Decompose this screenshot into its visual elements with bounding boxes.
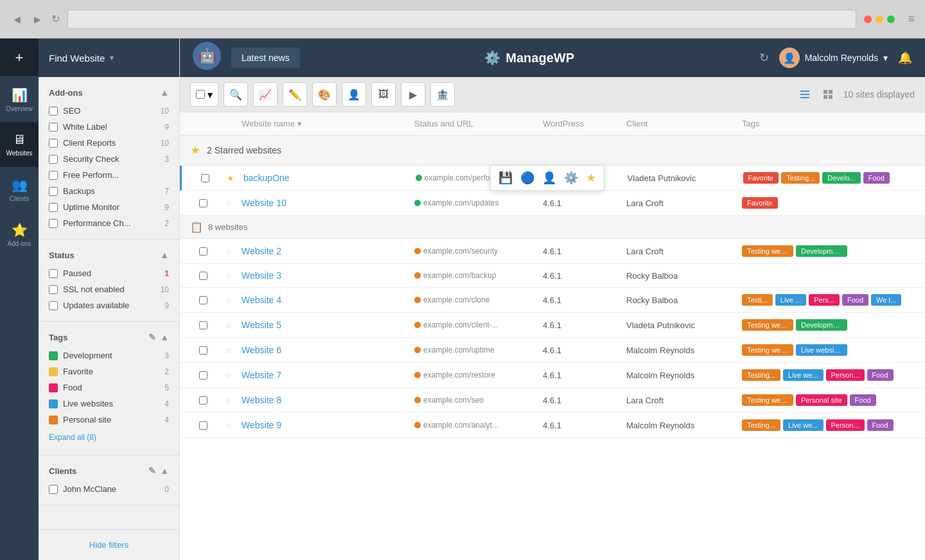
nav-overview[interactable]: 📊 Overview bbox=[0, 77, 39, 122]
tag-live[interactable]: Live we... bbox=[783, 419, 823, 431]
filter-free-perform-checkbox[interactable] bbox=[49, 171, 58, 180]
filter-updates[interactable]: Updates available 9 bbox=[39, 297, 179, 313]
grid-view-button[interactable] bbox=[818, 84, 838, 105]
filter-security-check[interactable]: Security Check 3 bbox=[39, 151, 179, 167]
tag-live[interactable]: Live we... bbox=[783, 369, 823, 381]
tag-testing[interactable]: Testing... bbox=[781, 172, 820, 184]
site-name-link[interactable]: Website 7 bbox=[242, 370, 281, 380]
filter-security-check-checkbox[interactable] bbox=[49, 155, 58, 164]
popup-star-icon[interactable]: ★ bbox=[586, 171, 596, 185]
row-checkbox[interactable] bbox=[199, 272, 207, 280]
filter-tag-food[interactable]: Food 5 bbox=[39, 380, 179, 396]
popup-user-icon[interactable]: 👤 bbox=[542, 171, 556, 185]
hide-filters-button[interactable]: Hide filters bbox=[39, 529, 179, 560]
clients-collapse-icon[interactable]: ▲ bbox=[160, 466, 169, 476]
edit-button[interactable]: ✏️ bbox=[283, 82, 307, 107]
filter-uptime-monitor-checkbox[interactable] bbox=[49, 203, 58, 212]
clients-edit-icon[interactable]: ✎ bbox=[148, 466, 156, 476]
popup-backup-icon[interactable]: 💾 bbox=[498, 171, 513, 185]
site-name-link[interactable]: Website 4 bbox=[242, 295, 281, 305]
tag-food[interactable]: Food bbox=[867, 419, 894, 431]
row-star-cell[interactable]: ☆ bbox=[216, 421, 242, 430]
site-name-link[interactable]: Website 6 bbox=[242, 345, 281, 355]
bank-button[interactable]: 🏦 bbox=[430, 82, 455, 107]
filter-tag-favorite[interactable]: Favorite 2 bbox=[39, 363, 179, 380]
tags-collapse-icon[interactable]: ▲ bbox=[160, 332, 169, 342]
site-name-link[interactable]: Website 10 bbox=[242, 198, 286, 208]
tag-testing-websites[interactable]: Testing websites bbox=[742, 344, 793, 356]
row-star-cell[interactable]: ☆ bbox=[216, 320, 242, 330]
tag-we-l[interactable]: We l... bbox=[871, 294, 901, 306]
filter-seo-checkbox[interactable] bbox=[49, 107, 58, 116]
row-star-cell[interactable]: ☆ bbox=[216, 396, 242, 405]
filter-tag-live-websites[interactable]: Live websites 4 bbox=[39, 396, 179, 412]
addons-collapse-icon[interactable]: ▲ bbox=[160, 87, 169, 98]
tag-live[interactable]: Live ... bbox=[775, 294, 806, 306]
filter-performance-checkbox[interactable] bbox=[49, 219, 58, 228]
site-name-link[interactable]: Website 8 bbox=[242, 395, 281, 405]
row-star-cell[interactable]: ★ bbox=[218, 173, 243, 183]
row-star-cell[interactable]: ☆ bbox=[216, 371, 242, 380]
row-star-cell[interactable]: ☆ bbox=[216, 346, 242, 355]
row-star-cell[interactable]: ☆ bbox=[216, 247, 242, 256]
refresh-button[interactable]: ↻ bbox=[51, 13, 60, 25]
site-name-link[interactable]: backupOne bbox=[243, 173, 290, 183]
tag-personal[interactable]: Person... bbox=[826, 369, 865, 381]
tags-edit-icon[interactable]: ✎ bbox=[148, 332, 156, 342]
filter-client-reports-checkbox[interactable] bbox=[49, 139, 58, 148]
filter-performance[interactable]: Performance Ch... 2 bbox=[39, 215, 179, 231]
add-button[interactable]: + bbox=[0, 39, 39, 77]
row-star-cell[interactable]: ☆ bbox=[216, 271, 242, 281]
row-checkbox[interactable] bbox=[199, 396, 207, 405]
filter-tag-development[interactable]: Development 3 bbox=[39, 347, 179, 363]
row-checkbox[interactable] bbox=[199, 247, 207, 256]
user-menu-button[interactable]: 👤 Malcolm Reynolds ▾ bbox=[779, 48, 888, 68]
filter-client-john[interactable]: John McClane 0 bbox=[39, 481, 179, 497]
search-toolbar-button[interactable]: 🔍 bbox=[224, 82, 248, 107]
tag-favorite[interactable]: Favorite bbox=[743, 172, 779, 184]
tag-testing[interactable]: Testi... bbox=[742, 294, 773, 306]
site-name-link[interactable]: Website 2 bbox=[242, 246, 281, 256]
tag-testing[interactable]: Testing... bbox=[742, 419, 780, 431]
tag-personal[interactable]: Personal site bbox=[796, 394, 847, 406]
site-name-link[interactable]: Website 5 bbox=[242, 320, 281, 330]
filter-paused-checkbox[interactable] bbox=[49, 269, 58, 278]
filter-seo[interactable]: SEO 10 bbox=[39, 103, 179, 119]
tag-testing-websites[interactable]: Testing websites bbox=[742, 319, 793, 331]
analytics-button[interactable]: 📈 bbox=[253, 82, 278, 107]
theme-button[interactable]: 🎨 bbox=[312, 82, 337, 107]
row-star-cell[interactable]: ☆ bbox=[216, 295, 242, 305]
filter-ssl-checkbox[interactable] bbox=[49, 285, 58, 294]
site-name-link[interactable]: Website 3 bbox=[242, 270, 281, 281]
row-checkbox[interactable] bbox=[199, 296, 207, 304]
expand-all-tags[interactable]: Expand all (8) bbox=[39, 428, 179, 447]
back-button[interactable]: ◀ bbox=[10, 13, 23, 26]
tag-testing-web[interactable]: Testing web... bbox=[742, 394, 793, 406]
list-view-button[interactable] bbox=[795, 84, 815, 105]
row-checkbox[interactable] bbox=[201, 174, 209, 182]
tag-personal[interactable]: Person... bbox=[826, 419, 865, 431]
filter-client-john-checkbox[interactable] bbox=[49, 485, 58, 494]
tag-food[interactable]: Food bbox=[850, 394, 876, 406]
filter-backups-checkbox[interactable] bbox=[49, 187, 58, 196]
tag-development[interactable]: Development bbox=[796, 245, 847, 257]
tag-favorite[interactable]: Favorite bbox=[742, 197, 778, 209]
play-button[interactable]: ▶ bbox=[401, 82, 425, 107]
filter-client-reports[interactable]: Client Reports 10 bbox=[39, 135, 179, 151]
filter-uptime-monitor[interactable]: Uptime Monitor 9 bbox=[39, 199, 179, 215]
notification-button[interactable]: 🔔 bbox=[898, 51, 912, 65]
row-checkbox[interactable] bbox=[199, 346, 207, 354]
tag-development[interactable]: Develo... bbox=[822, 172, 860, 184]
popup-settings-icon[interactable]: ⚙️ bbox=[564, 171, 578, 185]
tag-testing[interactable]: Testing... bbox=[742, 369, 780, 381]
user-toolbar-button[interactable]: 👤 bbox=[342, 82, 366, 107]
row-star-cell[interactable]: ☆ bbox=[216, 198, 242, 208]
filter-paused[interactable]: Paused 1 bbox=[39, 265, 179, 281]
row-checkbox[interactable] bbox=[199, 421, 207, 430]
select-all-checkbox[interactable] bbox=[196, 90, 205, 99]
row-checkbox[interactable] bbox=[199, 199, 207, 207]
tag-live-websites[interactable]: Live websites bbox=[796, 344, 847, 356]
select-dropdown-arrow[interactable]: ▾ bbox=[207, 89, 213, 101]
filter-ssl[interactable]: SSL not enabled 10 bbox=[39, 281, 179, 297]
tag-food[interactable]: Food bbox=[842, 294, 868, 306]
